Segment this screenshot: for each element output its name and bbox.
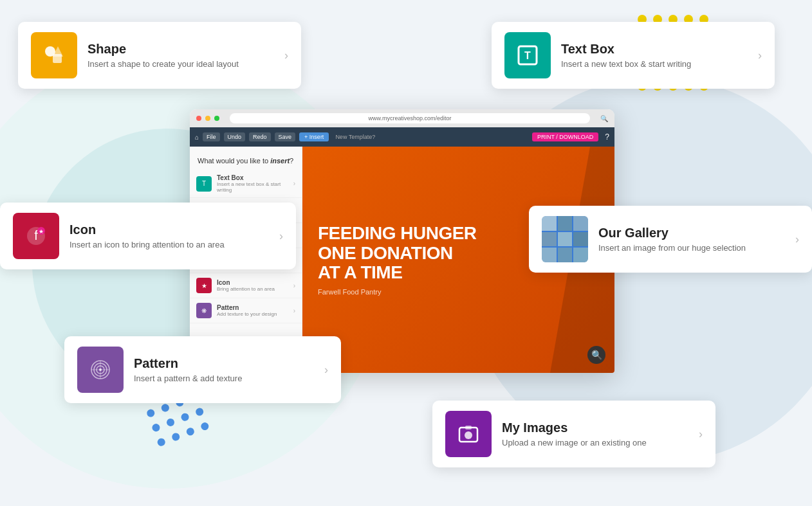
banner-line2: ONE DONATION: [318, 244, 453, 264]
pattern-card-arrow: ›: [324, 363, 328, 377]
myimages-card[interactable]: My Images Upload a new image or an exist…: [432, 401, 715, 467]
toolbar-file: File: [203, 132, 220, 141]
gallery-card-title: Our Gallery: [598, 226, 788, 240]
shape-card-desc: Insert a shape to create your ideal layo…: [88, 59, 277, 69]
gallery-card-content: Our Gallery Insert an image from our hug…: [598, 226, 788, 253]
shape-card-title: Shape: [88, 42, 277, 57]
zoom-button[interactable]: 🔍: [587, 346, 605, 364]
pattern-card-title: Pattern: [134, 356, 317, 371]
icon-card-icon: f ★: [13, 213, 59, 259]
sidebar-textbox-icon: T: [196, 176, 212, 192]
sidebar-pattern-sub: Add texture to your design: [217, 311, 293, 317]
sidebar-item-icon[interactable]: ★ Icon Bring attention to an area ›: [190, 273, 302, 298]
sidebar-icon-icon: ★: [196, 278, 212, 293]
toolbar-print-button: PRINT / DOWNLOAD: [532, 132, 598, 141]
textbox-card-arrow: ›: [758, 49, 762, 62]
textbox-card-title: Text Box: [561, 42, 750, 57]
toolbar-undo: Undo: [224, 132, 246, 141]
toolbar-new-template: New Template?: [335, 134, 375, 140]
textbox-card-content: Text Box Insert a new text box & start w…: [561, 42, 750, 69]
toolbar-home-icon: ⌂: [195, 134, 199, 141]
sidebar-item-textbox[interactable]: T Text Box Insert a new text box & start…: [190, 170, 302, 198]
browser-maximize-dot: [214, 116, 219, 121]
browser-minimize-dot: [205, 116, 210, 121]
sidebar-item-pattern[interactable]: ❋ Pattern Add texture to your design ›: [190, 298, 302, 323]
sidebar-question: What would you like to insert?: [190, 153, 302, 170]
shape-card[interactable]: Shape Insert a shape to create your idea…: [18, 22, 301, 89]
icon-card-title: Icon: [69, 222, 272, 237]
shape-card-icon: [31, 32, 77, 78]
svg-text:★: ★: [39, 228, 44, 235]
pattern-card-icon: [77, 347, 124, 393]
myimages-card-title: My Images: [502, 420, 691, 435]
svg-rect-17: [465, 426, 472, 429]
myimages-card-arrow: ›: [699, 428, 703, 441]
sidebar-pattern-arrow: ›: [293, 307, 295, 314]
textbox-card[interactable]: T Text Box Insert a new text box & start…: [492, 22, 775, 89]
sidebar-textbox-sub: Insert a new text box & start writing: [217, 181, 293, 193]
icon-card[interactable]: f ★ Icon Insert an icon to bring attenti…: [0, 203, 296, 269]
pattern-card-content: Pattern Insert a pattern & add texture: [134, 356, 317, 383]
sidebar-icon-title: Icon: [217, 279, 293, 286]
gallery-card-arrow: ›: [795, 233, 799, 246]
shape-card-content: Shape Insert a shape to create your idea…: [88, 42, 277, 69]
icon-card-content: Icon Insert an icon to bring attention t…: [69, 222, 272, 249]
myimages-card-content: My Images Upload a new image or an exist…: [502, 420, 691, 447]
toolbar-redo: Redo: [249, 132, 271, 141]
sidebar-pattern-icon: ❋: [196, 303, 212, 318]
browser-close-dot: [196, 116, 201, 121]
icon-card-desc: Insert an icon to bring attention to an …: [69, 240, 272, 249]
gallery-card-desc: Insert an image from our huge selection: [598, 243, 788, 253]
browser-address-bar: www.mycreativeshop.com/editor 🔍: [190, 109, 614, 127]
toolbar-help-icon: ?: [605, 132, 609, 141]
sidebar-icon-sub: Bring attention to an area: [217, 286, 293, 292]
pattern-card-desc: Insert a pattern & add texture: [134, 374, 317, 383]
banner-subtitle: Farwell Food Pantry: [318, 288, 381, 296]
myimages-card-desc: Upload a new image or an existing one: [502, 438, 691, 447]
myimages-card-icon: [445, 411, 492, 457]
sidebar-textbox-arrow: ›: [293, 180, 295, 187]
gallery-card[interactable]: Our Gallery Insert an image from our hug…: [529, 206, 812, 273]
toolbar-save: Save: [275, 132, 296, 141]
pattern-card[interactable]: Pattern Insert a pattern & add texture ›: [64, 336, 341, 403]
sidebar-textbox-title: Text Box: [217, 174, 293, 181]
sidebar-icon-arrow: ›: [293, 282, 295, 289]
svg-text:T: T: [524, 50, 531, 61]
icon-card-arrow: ›: [279, 230, 283, 243]
editor-toolbar: ⌂ File Undo Redo Save + Insert New Templ…: [190, 127, 614, 147]
toolbar-insert-button: + Insert: [299, 132, 329, 141]
svg-point-16: [465, 431, 472, 439]
banner-line3: AT A TIME: [318, 263, 402, 283]
sidebar-pattern-title: Pattern: [217, 304, 293, 311]
textbox-card-desc: Insert a new text box & start writing: [561, 59, 750, 69]
gallery-card-icon: [542, 216, 588, 262]
banner-line1: FEEDING HUNGER: [318, 224, 477, 244]
browser-url-bar: www.mycreativeshop.com/editor: [230, 113, 590, 123]
shape-card-arrow: ›: [284, 49, 288, 62]
textbox-card-icon: T: [504, 32, 551, 78]
